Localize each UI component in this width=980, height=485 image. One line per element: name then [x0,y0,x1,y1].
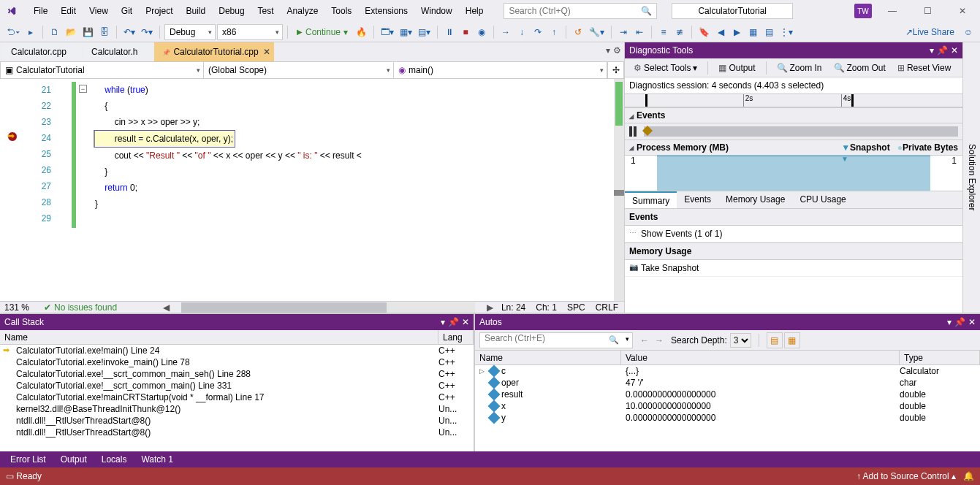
autos-row[interactable]: x10.000000000000000double [475,400,980,412]
hscroll-track[interactable] [181,302,475,313]
search-prev-button[interactable]: ← [637,333,652,348]
nav-back-button[interactable]: ⮌▾ [4,24,22,40]
diag-tab-memory-usage[interactable]: Memory Usage [718,191,792,208]
user-badge[interactable]: TW [854,4,872,18]
callstack-row[interactable]: CalculatorTutorial.exe!mainCRTStartup(vo… [0,392,474,403]
autos-value-col[interactable]: Value [621,351,900,364]
event-diamond-icon[interactable] [642,126,653,136]
diag-tab-cpu-usage[interactable]: CPU Usage [792,191,853,208]
pause-button[interactable]: ⏸ [442,24,457,40]
panel-pin-icon[interactable]: 📌 [937,45,948,56]
restart-button[interactable]: ◉ [474,24,489,40]
depth-select[interactable]: 3 [730,333,751,348]
callstack-row[interactable]: CalculatorTutorial.exe!__scrt_common_mai… [0,380,474,392]
diag-tab-summary[interactable]: Summary [625,191,677,208]
bottom-tab-output[interactable]: Output [53,452,94,467]
maximize-button[interactable]: ☐ [913,2,942,20]
menu-test[interactable]: Test [252,3,280,19]
diag-tab-events[interactable]: Events [677,191,718,208]
indent-less-button[interactable]: ⇤ [632,24,647,40]
callstack-row[interactable]: kernel32.dll!@BaseThreadInitThunk@12()Un… [0,403,474,415]
next-bookmark-button[interactable]: ▶ [729,24,744,40]
bottom-tab-locals[interactable]: Locals [94,452,134,467]
callstack-row[interactable]: CalculatorTutorial.exe!main() Line 24C++ [0,345,474,356]
callstack-row[interactable]: CalculatorTutorial.exe!__scrt_common_mai… [0,368,474,380]
nav-project-dropdown[interactable]: ▣CalculatorTutorial [1,62,204,78]
bookmark-button[interactable]: 🔖 [696,24,712,40]
menu-window[interactable]: Window [415,3,458,19]
process-button[interactable]: 🗔▾ [379,24,396,40]
close-button[interactable]: ✕ [948,2,977,20]
menu-edit[interactable]: Edit [55,3,82,19]
menu-tools[interactable]: Tools [325,3,357,19]
scroll-split-handle[interactable] [614,190,624,196]
tab-calculatortutorial-cpp[interactable]: CalculatorTutorial.cpp✕ [154,42,273,61]
source-control-button[interactable]: ↑ Add to Source Control ▴ [856,471,956,481]
select-tools-button[interactable]: ⚙Select Tools ▾ [629,61,702,75]
menu-file[interactable]: File [28,3,53,19]
memory-chart[interactable]: 1 ▼ 1 [625,156,962,191]
hot-reload-button[interactable]: 🔥 [354,24,369,40]
zoom-in-button[interactable]: 🔍Zoom In [772,61,827,75]
autos-tree-button[interactable]: ▦ [784,332,800,348]
panel-pin-icon[interactable]: 📌 [954,317,965,327]
callstack-row[interactable]: ntdll.dll!__RtlUserThreadStart@8()Un... [0,427,474,438]
nav-func-dropdown[interactable]: ◉main() [394,62,607,78]
callstack-lang-col[interactable]: Lang [438,330,474,344]
continue-button[interactable]: Continue ▾ [292,27,352,37]
panel-close-icon[interactable]: ✕ [462,317,469,327]
search-next-button[interactable]: → [652,333,666,348]
events-section-header[interactable]: Events [625,107,962,123]
events-track[interactable] [644,126,958,137]
autos-name-col[interactable]: Name [475,351,621,364]
live-share-button[interactable]: ↗ Live Share [903,24,957,40]
new-button[interactable]: 🗋 [48,24,62,40]
step-out-button[interactable]: ↑ [547,24,561,40]
bottom-tab-error-list[interactable]: Error List [3,452,53,467]
tab-calculator-cpp[interactable]: Calculator.cpp [3,42,82,61]
toggle-button-1[interactable]: ▦ [745,24,760,40]
prev-bookmark-button[interactable]: ◀ [713,24,728,40]
zoom-out-button[interactable]: 🔍Zoom Out [829,61,890,75]
minimize-button[interactable]: — [878,2,907,20]
callstack-name-col[interactable]: Name [0,330,438,344]
time-ruler[interactable]: 2s 4s [625,94,962,107]
bottom-tab-watch-1[interactable]: Watch 1 [134,452,181,467]
show-events-item[interactable]: Show Events (1 of 1) [625,226,962,242]
output-button[interactable]: ▦Output [714,61,759,75]
take-snapshot-item[interactable]: Take Snapshot [625,260,962,277]
autos-search-input[interactable] [485,333,616,343]
ruler-start-marker[interactable] [645,94,647,107]
autos-type-col[interactable]: Type [900,351,980,364]
redo-button[interactable]: ↷▾ [139,24,155,40]
thread-button[interactable]: ▦▾ [398,24,414,40]
step-over-button[interactable]: ↷ [531,24,545,40]
save-button[interactable]: 💾 [80,24,96,40]
menu-project[interactable]: Project [140,3,178,19]
comment-button[interactable]: ≡ [656,24,671,40]
autos-row[interactable]: result0.00000000000000000double [475,389,980,400]
stack-frame-button[interactable]: ▤▾ [416,24,433,40]
fold-toggle[interactable]: − [79,85,87,93]
hscroll-right-button[interactable]: ▶ [485,302,495,313]
nav-split-button[interactable]: ✢ [607,62,623,78]
config-dropdown[interactable]: Debug [164,24,216,40]
autos-filter-button[interactable]: ▤ [767,332,783,348]
platform-dropdown[interactable]: x86 [217,24,283,40]
panel-close-icon[interactable]: ✕ [968,317,976,327]
feedback-button[interactable]: ☺ [961,24,976,40]
expand-icon[interactable]: ▷ [479,367,487,375]
toggle-button-3[interactable]: ⋮▾ [778,24,795,40]
global-search-input[interactable] [509,6,652,16]
autos-search[interactable] [479,332,633,348]
tab-close-icon[interactable]: ✕ [263,47,270,57]
process-memory-header[interactable]: Process Memory (MB) ▼Snapshot ●Private B… [625,140,962,156]
panel-dropdown-icon[interactable]: ▾ [947,317,951,327]
intellitrace-button[interactable]: 🔧▾ [587,24,607,40]
panel-dropdown-icon[interactable]: ▾ [441,317,445,327]
panel-pin-icon[interactable]: 📌 [448,317,459,327]
menu-debug[interactable]: Debug [213,3,250,19]
menu-help[interactable]: Help [460,3,490,19]
code-editor[interactable]: while (true) { cin >> x >> oper >> y; re… [66,79,624,301]
toggle-button-2[interactable]: ▤ [761,24,776,40]
